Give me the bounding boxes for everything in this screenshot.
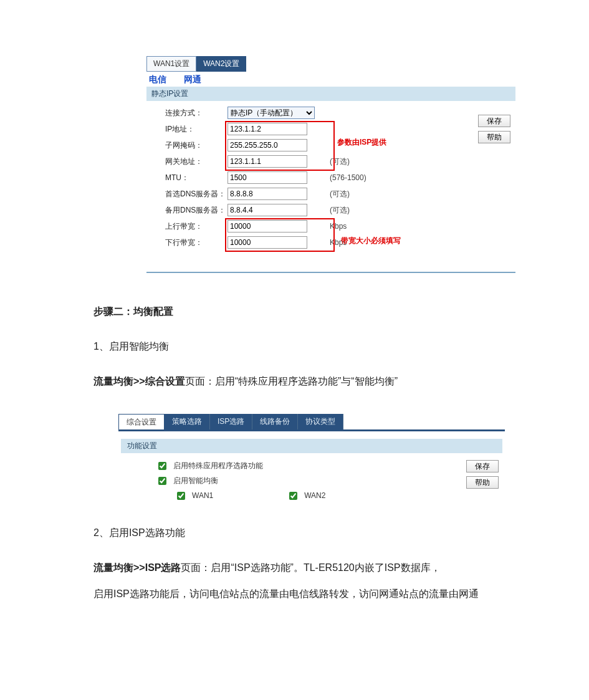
save-button[interactable]: 保存 bbox=[478, 115, 510, 127]
ip-input[interactable] bbox=[227, 123, 307, 135]
lb-tabs: 综合设置 策略选路 ISP选路 线路备份 协议类型 bbox=[118, 414, 505, 430]
doc-body: 步骤二：均衡配置 1、启用智能均衡 流量均衡>>综合设置页面：启用“特殊应用程序… bbox=[93, 304, 524, 389]
panel1-separator bbox=[146, 272, 515, 273]
wan-static-ip-panel: WAN1设置 WAN2设置 电信 网通 静态IP设置 连接方式： 静态IP（手动… bbox=[146, 56, 515, 273]
step2-2-path: 流量均衡>>ISP选路 bbox=[93, 562, 181, 573]
gateway-label: 网关地址： bbox=[165, 156, 227, 167]
chk-wan1[interactable] bbox=[177, 492, 185, 500]
lbl-wan1: WAN1 bbox=[192, 491, 213, 500]
up-bw-input[interactable] bbox=[227, 220, 307, 233]
tab-wan1[interactable]: WAN1设置 bbox=[146, 56, 196, 72]
isp-wangtong-label: 网通 bbox=[184, 74, 201, 85]
dns2-label: 备用DNS服务器： bbox=[165, 205, 227, 216]
dns2-input[interactable] bbox=[227, 204, 307, 216]
help-button[interactable]: 帮助 bbox=[478, 131, 510, 143]
load-balance-panel: 综合设置 策略选路 ISP选路 线路备份 协议类型 功能设置 启用特殊应用程序选… bbox=[118, 414, 505, 506]
dns1-suffix: (可选) bbox=[330, 189, 350, 199]
up-bw-unit: Kbps bbox=[330, 222, 347, 231]
wan-tabs: WAN1设置 WAN2设置 bbox=[146, 56, 515, 72]
dns1-input[interactable] bbox=[227, 188, 307, 200]
down-bw-input[interactable] bbox=[227, 236, 307, 249]
lb-section-title: 功能设置 bbox=[121, 439, 502, 453]
tab-wan2[interactable]: WAN2设置 bbox=[196, 56, 246, 72]
annot-bandwidth: 带宽大小必须填写 bbox=[341, 236, 401, 246]
step2-2-body-line1: 流量均衡>>ISP选路页面：启用“ISP选路功能”。TL-ER5120内嵌了IS… bbox=[93, 560, 524, 575]
tab-isp-route[interactable]: ISP选路 bbox=[210, 414, 252, 430]
isp-line: 电信 网通 bbox=[146, 72, 515, 87]
step2-1-body: 流量均衡>>综合设置页面：启用“特殊应用程序选路功能”与“智能均衡” bbox=[93, 374, 524, 389]
isp-dianxin-label: 电信 bbox=[149, 74, 166, 85]
tab-protocol-type[interactable]: 协议类型 bbox=[298, 414, 343, 430]
down-bw-label: 下行带宽： bbox=[165, 237, 227, 248]
lb-body: 功能设置 启用特殊应用程序选路功能 启用智能均衡 WAN1 bbox=[118, 429, 505, 506]
gateway-suffix: (可选) bbox=[330, 156, 350, 167]
step2-heading: 步骤二：均衡配置 bbox=[93, 304, 524, 319]
conn-type-label: 连接方式： bbox=[165, 108, 227, 118]
help-button-2[interactable]: 帮助 bbox=[466, 476, 499, 489]
conn-type-select[interactable]: 静态IP（手动配置） bbox=[227, 107, 315, 119]
step2-1-rest: 页面：启用“特殊应用程序选路功能”与“智能均衡” bbox=[185, 376, 398, 386]
tab-line-backup[interactable]: 线路备份 bbox=[252, 414, 298, 430]
chk-smart-balance[interactable] bbox=[158, 477, 166, 485]
panel2-button-column: 保存 帮助 bbox=[466, 460, 499, 489]
mask-input[interactable] bbox=[227, 139, 307, 151]
tab-general[interactable]: 综合设置 bbox=[118, 414, 165, 430]
dns2-suffix: (可选) bbox=[330, 205, 350, 216]
step2-1-path: 流量均衡>>综合设置 bbox=[93, 376, 185, 386]
doc-body-2: 2、启用ISP选路功能 流量均衡>>ISP选路页面：启用“ISP选路功能”。TL… bbox=[93, 525, 524, 602]
step2-2-rest1: 页面：启用“ISP选路功能”。TL-ER5120内嵌了ISP数据库， bbox=[181, 562, 440, 573]
tab-policy-route[interactable]: 策略选路 bbox=[165, 414, 210, 430]
lbl-special-app-route: 启用特殊应用程序选路功能 bbox=[173, 461, 263, 471]
lbl-wan2: WAN2 bbox=[304, 491, 325, 500]
step2-1-heading: 1、启用智能均衡 bbox=[93, 339, 524, 354]
step2-2-heading: 2、启用ISP选路功能 bbox=[93, 525, 524, 540]
mtu-suffix: (576-1500) bbox=[330, 173, 366, 182]
mtu-label: MTU： bbox=[165, 173, 227, 183]
save-button-2[interactable]: 保存 bbox=[466, 460, 499, 472]
mask-label: 子网掩码： bbox=[165, 140, 227, 151]
lb-content: 启用特殊应用程序选路功能 启用智能均衡 WAN1 WAN2 bbox=[118, 453, 505, 506]
panel1-button-column: 保存 帮助 bbox=[478, 115, 510, 143]
static-ip-form: 连接方式： 静态IP（手动配置） IP地址： 子网掩码： 网关地址： (可选) bbox=[146, 101, 515, 272]
section-title-static-ip: 静态IP设置 bbox=[146, 87, 515, 101]
annot-isp-params: 参数由ISP提供 bbox=[337, 137, 386, 148]
chk-wan2[interactable] bbox=[289, 492, 297, 500]
chk-special-app-route[interactable] bbox=[158, 462, 166, 470]
ip-label: IP地址： bbox=[165, 124, 227, 135]
gateway-input[interactable] bbox=[227, 155, 307, 168]
mtu-input[interactable] bbox=[227, 171, 307, 184]
lbl-smart-balance: 启用智能均衡 bbox=[173, 476, 218, 486]
dns1-label: 首选DNS服务器： bbox=[165, 189, 227, 199]
step2-2-body-line2: 启用ISP选路功能后，访问电信站点的流量由电信线路转发，访问网通站点的流量由网通 bbox=[93, 587, 524, 602]
up-bw-label: 上行带宽： bbox=[165, 221, 227, 232]
